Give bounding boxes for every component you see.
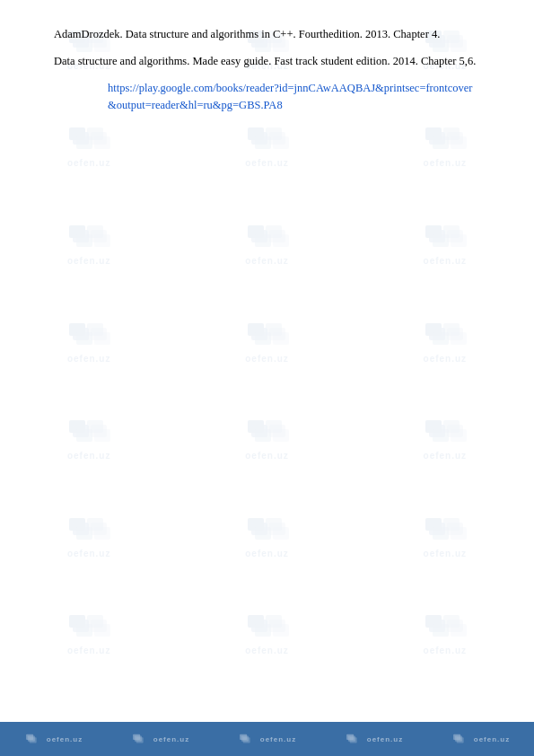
svg-rect-54 bbox=[69, 323, 85, 336]
ref3-link[interactable]: https://play.google.com/books/reader?id=… bbox=[108, 82, 473, 112]
svg-rect-100 bbox=[269, 523, 285, 535]
main-content: AdamDrozdek. Data structure and algorith… bbox=[0, 0, 534, 148]
svg-rect-97 bbox=[251, 523, 267, 535]
svg-rect-95 bbox=[94, 527, 110, 540]
svg-rect-53 bbox=[451, 234, 467, 247]
svg-rect-110 bbox=[76, 624, 92, 637]
svg-rect-70 bbox=[447, 328, 463, 340]
watermark-cell: oefen.uz bbox=[232, 607, 303, 661]
svg-rect-58 bbox=[91, 328, 107, 340]
svg-rect-38 bbox=[76, 234, 92, 247]
svg-rect-99 bbox=[266, 518, 282, 531]
svg-rect-60 bbox=[248, 323, 264, 336]
svg-rect-103 bbox=[429, 523, 445, 535]
svg-rect-107 bbox=[451, 527, 467, 540]
svg-rect-65 bbox=[273, 332, 289, 345]
bottom-wm-1: oefen.uz bbox=[24, 732, 83, 746]
reference-3-link-block: https://play.google.com/books/reader?id=… bbox=[108, 79, 480, 115]
svg-rect-118 bbox=[269, 620, 285, 632]
svg-rect-55 bbox=[73, 328, 89, 340]
svg-rect-114 bbox=[248, 615, 264, 628]
svg-rect-128 bbox=[29, 737, 36, 743]
svg-rect-87 bbox=[443, 420, 460, 433]
svg-rect-90 bbox=[69, 518, 85, 531]
reference-1: AdamDrozdek. Data structure and algorith… bbox=[54, 25, 480, 43]
svg-rect-104 bbox=[433, 527, 449, 540]
svg-rect-106 bbox=[447, 523, 463, 535]
watermark-cell: oefen.uz bbox=[232, 314, 303, 368]
reference-2: Data structure and algorithms. Made easy… bbox=[54, 52, 480, 70]
watermark-cell: oefen.uz bbox=[232, 509, 303, 563]
bottom-wm-4: oefen.uz bbox=[345, 732, 403, 746]
svg-rect-44 bbox=[255, 234, 271, 247]
svg-rect-119 bbox=[273, 624, 289, 637]
svg-rect-39 bbox=[87, 225, 103, 238]
svg-rect-62 bbox=[255, 332, 271, 345]
svg-rect-101 bbox=[273, 527, 289, 540]
bottom-bar: oefen.uz oefen.uz oefen.uz oe bbox=[0, 722, 534, 756]
svg-rect-78 bbox=[248, 420, 264, 433]
svg-rect-75 bbox=[87, 420, 103, 433]
ref2-text: Data structure and algorithms. Made easy… bbox=[54, 55, 476, 67]
svg-rect-124 bbox=[447, 620, 463, 632]
svg-rect-43 bbox=[251, 230, 267, 242]
svg-rect-64 bbox=[269, 328, 285, 340]
svg-rect-71 bbox=[451, 332, 467, 345]
svg-rect-80 bbox=[255, 429, 271, 442]
svg-rect-116 bbox=[255, 624, 271, 637]
bottom-wm-4-text: oefen.uz bbox=[367, 735, 403, 743]
svg-rect-48 bbox=[425, 225, 442, 238]
svg-rect-93 bbox=[87, 518, 103, 531]
svg-rect-79 bbox=[251, 425, 267, 437]
svg-rect-51 bbox=[443, 225, 460, 238]
svg-rect-109 bbox=[73, 620, 89, 632]
bottom-wm-2: oefen.uz bbox=[131, 732, 189, 746]
svg-rect-46 bbox=[269, 230, 285, 242]
svg-rect-111 bbox=[87, 615, 103, 628]
svg-rect-89 bbox=[451, 429, 467, 442]
svg-rect-66 bbox=[425, 323, 442, 336]
svg-rect-113 bbox=[94, 624, 110, 637]
svg-rect-117 bbox=[266, 615, 282, 628]
watermark-cell: oefen.uz bbox=[53, 216, 125, 270]
svg-rect-63 bbox=[266, 323, 282, 336]
watermark-cell: oefen.uz bbox=[409, 216, 481, 270]
svg-rect-123 bbox=[443, 615, 460, 628]
svg-rect-50 bbox=[433, 234, 449, 247]
bottom-watermarks: oefen.uz oefen.uz oefen.uz oe bbox=[0, 732, 534, 746]
svg-rect-52 bbox=[447, 230, 463, 242]
svg-rect-72 bbox=[69, 420, 85, 433]
svg-rect-120 bbox=[425, 615, 442, 628]
svg-rect-76 bbox=[91, 425, 107, 437]
svg-rect-67 bbox=[429, 328, 445, 340]
bottom-wm-5-text: oefen.uz bbox=[474, 735, 510, 743]
svg-rect-98 bbox=[255, 527, 271, 540]
svg-rect-77 bbox=[94, 429, 110, 442]
svg-rect-68 bbox=[433, 332, 449, 345]
svg-rect-92 bbox=[76, 527, 92, 540]
watermark-cell: oefen.uz bbox=[53, 314, 125, 368]
svg-rect-102 bbox=[425, 518, 442, 531]
ref1-text: AdamDrozdek. Data structure and algorith… bbox=[54, 28, 440, 40]
watermark-cell: oefen.uz bbox=[232, 412, 303, 466]
watermark-cell: oefen.uz bbox=[409, 509, 481, 563]
watermark-cell: oefen.uz bbox=[53, 412, 125, 466]
watermark-cell: oefen.uz bbox=[53, 509, 125, 563]
watermark-cell: oefen.uz bbox=[53, 607, 125, 661]
svg-rect-47 bbox=[273, 234, 289, 247]
svg-rect-84 bbox=[425, 420, 442, 433]
svg-rect-81 bbox=[266, 420, 282, 433]
svg-rect-59 bbox=[94, 332, 110, 345]
watermark-cell: oefen.uz bbox=[409, 412, 481, 466]
bottom-wm-5: oefen.uz bbox=[451, 732, 510, 746]
svg-rect-74 bbox=[76, 429, 92, 442]
svg-rect-125 bbox=[451, 624, 467, 637]
svg-rect-108 bbox=[69, 615, 85, 628]
svg-rect-82 bbox=[269, 425, 285, 437]
bottom-wm-3-text: oefen.uz bbox=[260, 735, 296, 743]
svg-rect-73 bbox=[73, 425, 89, 437]
svg-rect-40 bbox=[91, 230, 107, 242]
svg-rect-121 bbox=[429, 620, 445, 632]
svg-rect-137 bbox=[349, 737, 356, 743]
svg-rect-140 bbox=[456, 737, 463, 743]
